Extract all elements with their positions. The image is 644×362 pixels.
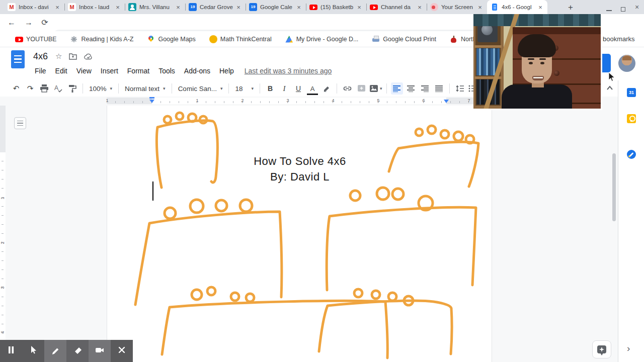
- underline-button[interactable]: U: [292, 82, 304, 95]
- menu-file[interactable]: File: [30, 65, 51, 76]
- window-restore-button[interactable]: [616, 0, 630, 14]
- recording-toolbar: [0, 340, 133, 362]
- browser-tab[interactable]: Inbox - laud×: [64, 0, 125, 14]
- menu-insert[interactable]: Insert: [96, 65, 123, 76]
- text-color-button[interactable]: A: [306, 82, 318, 95]
- left-indent-marker[interactable]: [149, 100, 154, 103]
- ruler-number: 2: [237, 98, 248, 103]
- youtube-icon: [15, 35, 23, 43]
- apple-icon: [450, 35, 458, 43]
- menu-help[interactable]: Help: [215, 65, 238, 76]
- webcam-video-overlay[interactable]: [473, 14, 602, 110]
- highlight-color-icon[interactable]: [320, 82, 333, 95]
- close-recording-button[interactable]: [111, 340, 133, 362]
- font-select[interactable]: Comic San...▾: [175, 82, 226, 95]
- pause-recording-button[interactable]: [0, 340, 22, 362]
- camera-recording-button[interactable]: [89, 340, 111, 362]
- pen-icon: [50, 344, 61, 357]
- tab-close-icon[interactable]: ×: [295, 4, 302, 11]
- insert-image-icon[interactable]: ▾: [369, 82, 382, 95]
- browser-tab[interactable]: Inbox - davi×: [4, 0, 64, 14]
- document-canvas[interactable]: 1234 How To Solve 4x6 By: David L: [0, 106, 644, 362]
- add-comment-icon[interactable]: [355, 82, 367, 95]
- browser-tab[interactable]: Your Screen×: [427, 0, 487, 14]
- bookmark-item[interactable]: YOUTUBE: [15, 35, 56, 43]
- menu-edit[interactable]: Edit: [51, 65, 72, 76]
- align-left-button[interactable]: [391, 82, 403, 95]
- reload-button[interactable]: ⟳: [38, 16, 51, 29]
- menu-tools[interactable]: Tools: [154, 65, 180, 76]
- styles-select[interactable]: Normal text▾: [122, 82, 169, 95]
- line-spacing-icon[interactable]: [454, 82, 466, 95]
- scrollbar-thumb[interactable]: [612, 153, 616, 221]
- eraser-recording-button[interactable]: [66, 340, 89, 362]
- bookmark-item[interactable]: Google Cloud Print: [372, 35, 436, 43]
- window-close-button[interactable]: ×: [630, 0, 644, 14]
- last-edit-link[interactable]: Last edit was 3 minutes ago: [245, 67, 332, 75]
- gdocs-favicon: [491, 3, 499, 11]
- browser-tab[interactable]: Channel da×: [366, 0, 427, 14]
- google-docs-icon[interactable]: [11, 50, 25, 68]
- hide-menus-chevron[interactable]: [605, 83, 614, 93]
- tasks-icon[interactable]: [627, 150, 636, 159]
- back-button[interactable]: ←: [5, 16, 18, 29]
- asterisk-icon: [70, 35, 78, 43]
- align-center-button[interactable]: [405, 82, 417, 95]
- menu-format[interactable]: Format: [123, 65, 154, 76]
- tab-close-icon[interactable]: ×: [114, 4, 121, 11]
- browser-tab[interactable]: Mrs. Villanu×: [125, 0, 185, 14]
- cursor-recording-button[interactable]: [22, 340, 44, 362]
- tab-close-icon[interactable]: ×: [235, 4, 242, 11]
- bold-button[interactable]: B: [264, 82, 276, 95]
- screenrec-favicon: [430, 3, 438, 11]
- first-line-indent-marker[interactable]: [149, 97, 154, 99]
- calendar-icon[interactable]: 31: [627, 88, 636, 97]
- undo-button[interactable]: ↶: [10, 82, 22, 95]
- menu-add-ons[interactable]: Add-ons: [180, 65, 215, 76]
- tab-close-icon[interactable]: ×: [416, 4, 423, 11]
- cloud-status-icon[interactable]: [84, 53, 93, 60]
- keep-icon[interactable]: [627, 114, 636, 123]
- print-button[interactable]: [38, 82, 50, 95]
- font-size-select[interactable]: 18▾: [232, 82, 257, 95]
- spellcheck-button[interactable]: A: [52, 82, 64, 95]
- right-indent-marker[interactable]: [444, 100, 449, 103]
- other-bookmarks-label[interactable]: bookmarks: [603, 35, 635, 43]
- menu-view[interactable]: View: [72, 65, 96, 76]
- account-avatar[interactable]: [618, 55, 635, 72]
- window-minimize-button[interactable]: [602, 0, 616, 14]
- paint-format-icon[interactable]: [66, 82, 78, 95]
- bookmark-label: YOUTUBE: [26, 36, 56, 43]
- italic-button[interactable]: I: [278, 82, 290, 95]
- redo-button[interactable]: ↷: [24, 82, 36, 95]
- explore-icon: [597, 345, 606, 353]
- bookmark-item[interactable]: Google Maps: [147, 35, 195, 43]
- tab-close-icon[interactable]: ×: [54, 4, 61, 11]
- tab-close-icon[interactable]: ×: [476, 4, 484, 11]
- tab-close-icon[interactable]: ×: [175, 4, 182, 11]
- browser-tab[interactable]: Cedar Grove×: [185, 0, 246, 14]
- tab-close-icon[interactable]: ×: [537, 4, 544, 11]
- align-justify-button[interactable]: [433, 82, 445, 95]
- insert-link-icon[interactable]: [341, 82, 353, 95]
- bookmark-item[interactable]: My Drive - Google D...: [285, 35, 359, 43]
- tab-close-icon[interactable]: ×: [356, 4, 363, 11]
- share-button[interactable]: [602, 54, 611, 72]
- align-right-button[interactable]: [419, 82, 431, 95]
- browser-tab[interactable]: (15) Basketb×: [306, 0, 366, 14]
- new-tab-button[interactable]: +: [565, 2, 577, 14]
- document-title[interactable]: 4x6: [33, 51, 48, 62]
- bookmark-item[interactable]: Reading | Kids A-Z: [70, 35, 133, 43]
- calendar19-favicon: [189, 3, 197, 11]
- browser-tab[interactable]: 4x6 - Googl×: [487, 0, 547, 14]
- bookmark-item[interactable]: Math ThinkCentral: [209, 35, 272, 43]
- hide-side-panel-chevron[interactable]: ›: [627, 343, 630, 354]
- star-icon[interactable]: ☆: [55, 52, 62, 61]
- forward-button[interactable]: →: [22, 16, 35, 29]
- browser-tab[interactable]: Google Cale×: [246, 0, 306, 14]
- pen-recording-button[interactable]: [44, 340, 66, 362]
- zoom-select[interactable]: 100%▾: [86, 82, 115, 95]
- explore-button[interactable]: [592, 340, 611, 358]
- eraser-icon: [72, 344, 83, 357]
- move-to-folder-icon[interactable]: [69, 53, 77, 60]
